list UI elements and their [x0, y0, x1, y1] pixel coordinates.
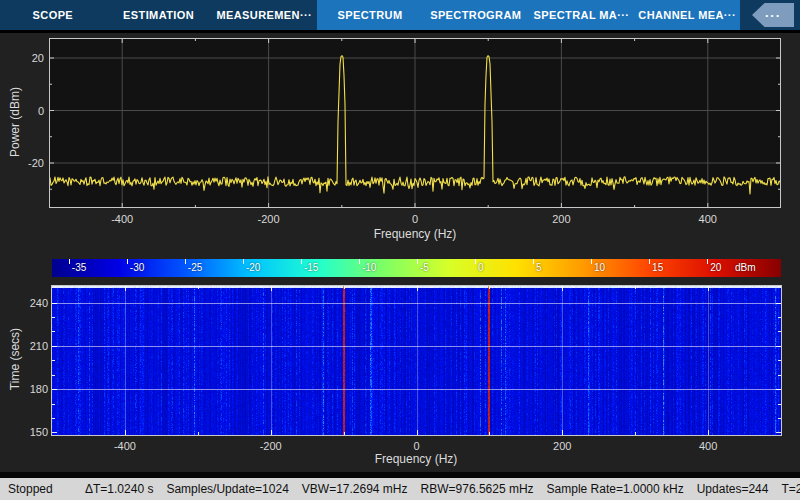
- colorbar-tick-label: -20: [246, 261, 260, 275]
- spectrum-plot-canvas[interactable]: [49, 38, 781, 208]
- tab-estimation[interactable]: ESTIMATION: [106, 0, 212, 30]
- y-tick-label: 210: [12, 339, 48, 353]
- status-state: Stopped: [0, 478, 85, 500]
- toolstrip-tabbar: SCOPEESTIMATIONMEASUREMEN···SPECTRUMSPEC…: [0, 0, 800, 30]
- colorbar-tick: [243, 259, 244, 264]
- status-metric: Updates=244: [697, 482, 769, 496]
- colorbar-tick: [301, 259, 302, 264]
- x-tick-label: -400: [100, 439, 150, 453]
- colorbar-tick: [417, 259, 418, 264]
- y-tick-label: 180: [12, 382, 48, 396]
- x-tick-label: 0: [390, 212, 440, 226]
- y-tick-label: 20: [10, 51, 44, 65]
- colorbar-tick-label: 15: [652, 261, 663, 275]
- status-bar: StoppedΔT=1.0240 sSamples/Update=1024VBW…: [0, 478, 800, 500]
- colorbar-tick-label: -30: [130, 261, 144, 275]
- tabbar-divider: [0, 30, 800, 33]
- spectrogram-canvas[interactable]: [51, 285, 782, 436]
- y-tick-label: -20: [10, 156, 44, 170]
- y-tick-label: 0: [10, 104, 44, 118]
- spectrum-xlabel: Frequency (Hz): [315, 227, 515, 241]
- status-metric: Sample Rate=1.0000 kHz: [547, 482, 684, 496]
- x-tick-label: 200: [536, 212, 586, 226]
- colorbar-tick: [69, 259, 70, 264]
- colorbar-tick-label: -15: [304, 261, 318, 275]
- colorbar-tick-label: -25: [188, 261, 202, 275]
- y-tick-label: 150: [12, 425, 48, 439]
- status-metric: T=249.999: [781, 482, 800, 496]
- x-tick-label: 200: [537, 439, 587, 453]
- colorbar-tick-label: -35: [72, 261, 86, 275]
- colorbar-tick-label: -10: [362, 261, 376, 275]
- colorbar-tick: [707, 259, 708, 264]
- tab-group: SCOPEESTIMATIONMEASUREMEN···SPECTRUMSPEC…: [0, 0, 740, 30]
- status-metric: RBW=976.5625 mHz: [421, 482, 534, 496]
- x-tick-label: 400: [683, 212, 733, 226]
- status-metric: Samples/Update=1024: [166, 482, 288, 496]
- x-tick-label: -200: [244, 212, 294, 226]
- colorbar-tick-label: 20: [710, 261, 721, 275]
- x-tick-label: -400: [97, 212, 147, 226]
- tab-spectral-ma[interactable]: SPECTRAL MA···: [529, 0, 635, 30]
- colorbar-tick: [127, 259, 128, 264]
- colorbar-tick: [185, 259, 186, 264]
- colorbar-tick-label: 10: [594, 261, 605, 275]
- colorbar-tick-label: 0: [478, 261, 484, 275]
- colorbar-tick: [533, 259, 534, 264]
- tab-spectrum[interactable]: SPECTRUM: [317, 0, 423, 30]
- x-tick-label: 400: [683, 439, 733, 453]
- spectrogram-xlabel: Frequency (Hz): [316, 452, 516, 466]
- y-tick-label: 240: [12, 296, 48, 310]
- tabbar-overflow-area: ···: [740, 0, 800, 30]
- tab-spectrogram[interactable]: SPECTROGRAM: [423, 0, 529, 30]
- tab-channel-mea[interactable]: CHANNEL MEA···: [634, 0, 740, 30]
- tab-scope[interactable]: SCOPE: [0, 0, 106, 30]
- colorbar-tick: [475, 259, 476, 264]
- x-tick-label: -200: [246, 439, 296, 453]
- x-tick-label: 0: [392, 439, 442, 453]
- toolstrip-overflow-button[interactable]: ···: [752, 3, 794, 27]
- colorbar-tick: [649, 259, 650, 264]
- colorbar-tick-label: 5: [536, 261, 542, 275]
- colorbar-unit-label: dBm: [735, 261, 756, 275]
- spectrum-analyzer-window: SCOPEESTIMATIONMEASUREMEN···SPECTRUMSPEC…: [0, 0, 800, 500]
- status-metric: ΔT=1.0240 s: [85, 482, 153, 496]
- colorbar-tick-label: -5: [420, 261, 429, 275]
- colorbar-tick: [591, 259, 592, 264]
- status-metric: VBW=17.2694 mHz: [302, 482, 408, 496]
- colorbar-tick: [359, 259, 360, 264]
- tab-measuremen[interactable]: MEASUREMEN···: [211, 0, 317, 30]
